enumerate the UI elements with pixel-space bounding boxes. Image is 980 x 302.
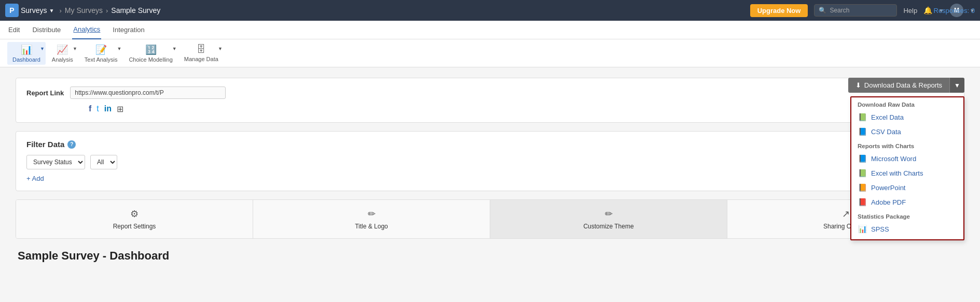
choice-modelling-dropdown-icon: ▼ <box>172 46 177 51</box>
breadcrumb-separator: › <box>59 7 61 15</box>
toolbar: 📊 Dashboard ▼ 📈 Analysis ▼ 📝 Text Analys… <box>0 39 980 67</box>
adobe-pdf-item[interactable]: 📕 Adobe PDF <box>851 195 963 209</box>
powerpoint-icon: 📙 <box>858 183 867 192</box>
excel-data-icon: 📗 <box>858 112 867 122</box>
csv-data-label: CSV Data <box>871 128 901 136</box>
top-bar: P Surveys ▼ › My Surveys › Sample Survey… <box>0 0 980 21</box>
pdf-icon: 📕 <box>858 197 867 207</box>
toolbar-manage-data[interactable]: 🗄 Manage Data ▼ <box>179 42 224 64</box>
search-input[interactable] <box>830 7 892 14</box>
main-content: Report Link f t in ⊞ ⬇ Download Data & R… <box>0 67 980 275</box>
filter-section: Filter Data ? Survey Status All + Add <box>16 131 964 191</box>
download-icon: ⬇ <box>855 81 861 89</box>
report-settings-button[interactable]: ⚙ Report Settings <box>16 200 253 238</box>
charts-section-label: Reports with Charts <box>851 139 963 151</box>
report-settings-label: Report Settings <box>113 223 156 230</box>
text-analysis-dropdown-icon: ▼ <box>117 46 121 51</box>
spss-item[interactable]: 📊 SPSS <box>851 222 963 236</box>
linkedin-icon[interactable]: in <box>104 104 112 114</box>
dashboard-dropdown-icon: ▼ <box>40 46 45 51</box>
report-settings-icon: ⚙ <box>130 208 139 220</box>
nav-analytics[interactable]: Analytics <box>72 21 101 39</box>
nav-integration[interactable]: Integration <box>112 21 145 39</box>
choice-modelling-icon: 🔢 <box>145 44 157 55</box>
nav-edit[interactable]: Edit <box>7 21 21 39</box>
download-dropdown-button[interactable]: ▼ <box>949 78 964 93</box>
excel-data-label: Excel Data <box>871 113 904 121</box>
survey-status-dropdown[interactable]: Survey Status <box>26 155 85 169</box>
excel-charts-item[interactable]: 📗 Excel with Charts <box>851 166 963 180</box>
title-logo-button[interactable]: ✏ Title & Logo <box>253 200 490 238</box>
powerpoint-label: PowerPoint <box>871 184 905 192</box>
toolbar-dashboard[interactable]: 📊 Dashboard ▼ <box>7 42 46 65</box>
grid-icon[interactable]: ⊞ <box>117 104 123 114</box>
social-icons: f t in ⊞ <box>89 104 954 114</box>
filter-value-dropdown[interactable]: All <box>90 155 117 169</box>
nav-distribute[interactable]: Distribute <box>31 21 62 39</box>
search-icon: 🔍 <box>819 7 826 14</box>
microsoft-word-item[interactable]: 📘 Microsoft Word <box>851 151 963 166</box>
title-logo-icon: ✏ <box>368 208 376 220</box>
second-nav: Edit Distribute Analytics Integration <box>0 21 980 39</box>
spss-label: SPSS <box>871 225 889 233</box>
report-link-input[interactable] <box>70 87 226 99</box>
report-link-section: Report Link f t in ⊞ <box>16 78 964 123</box>
stats-section-label: Statistics Package <box>851 209 963 222</box>
excel-charts-label: Excel with Charts <box>871 169 923 177</box>
breadcrumb-my-surveys[interactable]: My Surveys <box>65 6 103 15</box>
sharing-options-icon: ↗ <box>842 208 850 220</box>
add-filter-label: + Add <box>26 175 44 182</box>
raw-data-section-label: Download Raw Data <box>851 97 963 110</box>
analysis-dropdown-icon: ▼ <box>73 46 77 51</box>
filter-title: Filter Data ? <box>26 140 954 149</box>
microsoft-word-label: Microsoft Word <box>871 155 916 163</box>
surveys-menu[interactable]: Surveys ▼ <box>21 6 54 15</box>
excel-charts-icon: 📗 <box>858 168 867 178</box>
toolbar-analysis[interactable]: 📈 Analysis ▼ <box>47 42 78 65</box>
analysis-icon: 📈 <box>57 44 68 55</box>
search-box[interactable]: 🔍 <box>814 4 897 17</box>
excel-data-item[interactable]: 📗 Excel Data <box>851 110 963 124</box>
download-dropdown-menu: Download Raw Data 📗 Excel Data 📘 CSV Dat… <box>850 96 964 240</box>
filter-title-text: Filter Data <box>26 140 64 149</box>
dashboard-icon: 📊 <box>21 44 32 55</box>
manage-data-dropdown-icon: ▼ <box>218 46 223 51</box>
adobe-pdf-label: Adobe PDF <box>871 198 906 206</box>
report-link-label: Report Link <box>26 89 64 97</box>
download-btn-label: Download Data & Reports <box>864 81 942 89</box>
toolbar-choice-modelling-label: Choice Modelling <box>129 56 172 63</box>
breadcrumb-current: Sample Survey <box>111 6 160 15</box>
spss-icon: 📊 <box>858 224 867 234</box>
filter-help-icon[interactable]: ? <box>67 140 76 149</box>
download-btn-group: ⬇ Download Data & Reports ▼ <box>848 78 964 93</box>
add-filter-button[interactable]: + Add <box>26 175 954 182</box>
toolbar-dashboard-label: Dashboard <box>12 56 40 63</box>
csv-data-icon: 📘 <box>858 127 867 136</box>
action-buttons-row: ⚙ Report Settings ✏ Title & Logo ✏ Custo… <box>16 199 964 239</box>
app-logo: P <box>5 4 19 17</box>
toolbar-manage-data-label: Manage Data <box>184 56 218 62</box>
csv-data-item[interactable]: 📘 CSV Data <box>851 124 963 139</box>
surveys-dropdown-icon: ▼ <box>49 8 54 13</box>
toolbar-analysis-label: Analysis <box>52 56 73 63</box>
report-link-row: Report Link <box>26 87 954 99</box>
manage-data-icon: 🗄 <box>197 44 206 55</box>
twitter-icon[interactable]: t <box>96 104 99 114</box>
download-data-reports-button[interactable]: ⬇ Download Data & Reports <box>848 78 949 93</box>
breadcrumb-separator-2: › <box>106 7 108 15</box>
toolbar-choice-modelling[interactable]: 🔢 Choice Modelling ▼ <box>123 42 177 65</box>
responses-count: Responses: 0 <box>934 7 975 15</box>
facebook-icon[interactable]: f <box>89 104 91 114</box>
customize-theme-button[interactable]: ✏ Customize Theme <box>490 200 727 238</box>
dashboard-title: Sample Survey - Dashboard <box>16 249 964 263</box>
filter-row: Survey Status All <box>26 155 954 169</box>
customize-theme-icon: ✏ <box>605 208 613 220</box>
powerpoint-item[interactable]: 📙 PowerPoint <box>851 180 963 195</box>
upgrade-button[interactable]: Upgrade Now <box>750 4 808 17</box>
notification-bell-icon[interactable]: 🔔 <box>923 6 932 15</box>
toolbar-text-analysis-label: Text Analysis <box>85 56 118 63</box>
help-label[interactable]: Help <box>903 7 917 15</box>
download-btn-container: ⬇ Download Data & Reports ▼ Download Raw… <box>848 78 964 93</box>
toolbar-text-analysis[interactable]: 📝 Text Analysis ▼ <box>79 42 123 65</box>
title-logo-label: Title & Logo <box>355 223 388 230</box>
